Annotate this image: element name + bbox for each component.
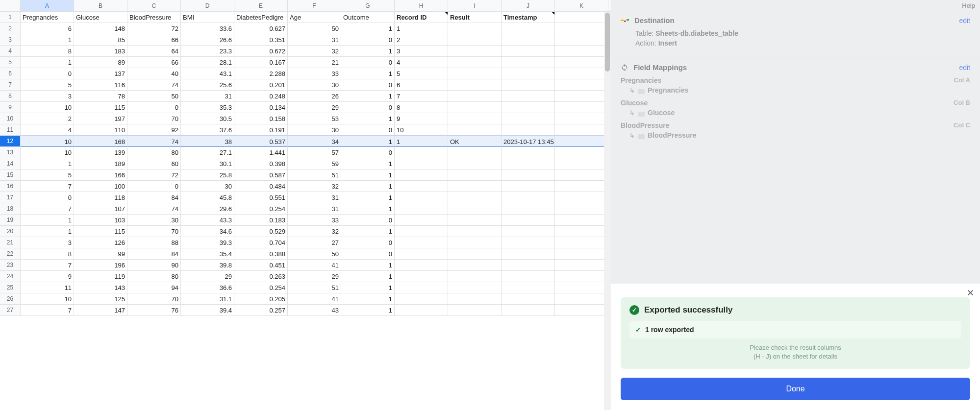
- cell[interactable]: 1: [341, 23, 395, 34]
- row-header[interactable]: 27: [0, 305, 21, 315]
- cell[interactable]: [448, 147, 502, 158]
- cell[interactable]: Result: [448, 12, 502, 23]
- column-header-C[interactable]: C: [127, 0, 181, 11]
- cell[interactable]: 37.6: [181, 124, 234, 135]
- cell[interactable]: 0.254: [234, 203, 288, 214]
- cell[interactable]: 1: [341, 68, 395, 79]
- cell[interactable]: 25.8: [181, 169, 234, 180]
- cell[interactable]: 0: [341, 124, 395, 135]
- cell[interactable]: 64: [127, 46, 181, 56]
- cell[interactable]: [502, 282, 555, 293]
- cell[interactable]: 0.205: [234, 293, 288, 304]
- cell[interactable]: 2.288: [234, 68, 288, 79]
- cell[interactable]: 31: [288, 203, 341, 214]
- cell[interactable]: Timestamp: [502, 12, 555, 23]
- cell[interactable]: 28.1: [181, 57, 234, 68]
- cell[interactable]: [502, 305, 555, 315]
- cell[interactable]: 1: [341, 271, 395, 282]
- cell[interactable]: [395, 271, 448, 282]
- row-header[interactable]: 14: [0, 158, 21, 169]
- row-header[interactable]: 5: [0, 57, 21, 68]
- cell[interactable]: [395, 192, 448, 203]
- cell[interactable]: [555, 68, 608, 79]
- cell[interactable]: 189: [74, 158, 127, 169]
- cell[interactable]: [395, 237, 448, 248]
- cell[interactable]: 43.3: [181, 215, 234, 225]
- row-header[interactable]: 24: [0, 271, 21, 282]
- cell[interactable]: 8: [395, 102, 448, 113]
- cell[interactable]: 0: [341, 248, 395, 259]
- cell[interactable]: 2: [21, 113, 74, 124]
- edit-destination-link[interactable]: edit: [959, 17, 970, 24]
- cell[interactable]: 6: [395, 79, 448, 90]
- cell[interactable]: [502, 124, 555, 135]
- cell[interactable]: 10: [21, 147, 74, 158]
- cell[interactable]: 1.441: [234, 147, 288, 158]
- row-header[interactable]: 13: [0, 147, 21, 158]
- cell[interactable]: [555, 226, 608, 237]
- row-header[interactable]: 25: [0, 282, 21, 293]
- row-header[interactable]: 26: [0, 293, 21, 304]
- cell[interactable]: [448, 46, 502, 56]
- cell[interactable]: [502, 248, 555, 259]
- cell[interactable]: [555, 147, 608, 158]
- cell[interactable]: 0.257: [234, 305, 288, 315]
- cell[interactable]: 115: [74, 102, 127, 113]
- cell[interactable]: 0: [21, 68, 74, 79]
- cell[interactable]: 30: [288, 124, 341, 135]
- cell[interactable]: 31: [288, 34, 341, 45]
- cell[interactable]: 0.167: [234, 57, 288, 68]
- row-header[interactable]: 9: [0, 102, 21, 113]
- cell[interactable]: 1: [395, 136, 448, 146]
- cell[interactable]: 8: [21, 248, 74, 259]
- cell[interactable]: [502, 203, 555, 214]
- cell[interactable]: 1: [341, 158, 395, 169]
- row-header[interactable]: 10: [0, 113, 21, 124]
- cell[interactable]: [555, 12, 608, 23]
- cell[interactable]: 1: [21, 57, 74, 68]
- row-header[interactable]: 23: [0, 260, 21, 270]
- cell[interactable]: Glucose: [74, 12, 127, 23]
- cell[interactable]: 119: [74, 271, 127, 282]
- cell[interactable]: 41: [288, 293, 341, 304]
- cell[interactable]: 53: [288, 113, 341, 124]
- cell[interactable]: [502, 147, 555, 158]
- cell[interactable]: 110: [74, 124, 127, 135]
- cell[interactable]: 76: [127, 305, 181, 315]
- cell[interactable]: [555, 102, 608, 113]
- cell[interactable]: 6: [21, 23, 74, 34]
- cell[interactable]: [502, 113, 555, 124]
- cell[interactable]: 10: [21, 293, 74, 304]
- cell[interactable]: [395, 147, 448, 158]
- cell[interactable]: 41: [288, 260, 341, 270]
- cell[interactable]: Outcome: [341, 12, 395, 23]
- cell[interactable]: 32: [288, 46, 341, 56]
- cell[interactable]: 38: [181, 136, 234, 146]
- cell[interactable]: 36.6: [181, 282, 234, 293]
- row-header[interactable]: 3: [0, 34, 21, 45]
- cell[interactable]: [555, 203, 608, 214]
- cell[interactable]: 45.8: [181, 192, 234, 203]
- cell[interactable]: 33.6: [181, 23, 234, 34]
- cell[interactable]: [448, 293, 502, 304]
- cell[interactable]: 0.451: [234, 260, 288, 270]
- cell[interactable]: 0.537: [234, 136, 288, 146]
- cell[interactable]: 0.254: [234, 282, 288, 293]
- column-header-J[interactable]: J: [502, 0, 555, 11]
- cell[interactable]: 70: [127, 293, 181, 304]
- cell[interactable]: 27: [288, 237, 341, 248]
- row-header[interactable]: 4: [0, 46, 21, 56]
- cell[interactable]: 39.3: [181, 237, 234, 248]
- cell[interactable]: 1: [341, 192, 395, 203]
- cell[interactable]: 197: [74, 113, 127, 124]
- cell[interactable]: [502, 226, 555, 237]
- cell[interactable]: 103: [74, 215, 127, 225]
- cell[interactable]: [395, 181, 448, 192]
- cell[interactable]: [448, 57, 502, 68]
- cell[interactable]: 66: [127, 34, 181, 45]
- row-header[interactable]: 1: [0, 12, 21, 23]
- cell[interactable]: 107: [74, 203, 127, 214]
- cell[interactable]: [555, 57, 608, 68]
- row-header[interactable]: 15: [0, 169, 21, 180]
- cell[interactable]: 5: [21, 79, 74, 90]
